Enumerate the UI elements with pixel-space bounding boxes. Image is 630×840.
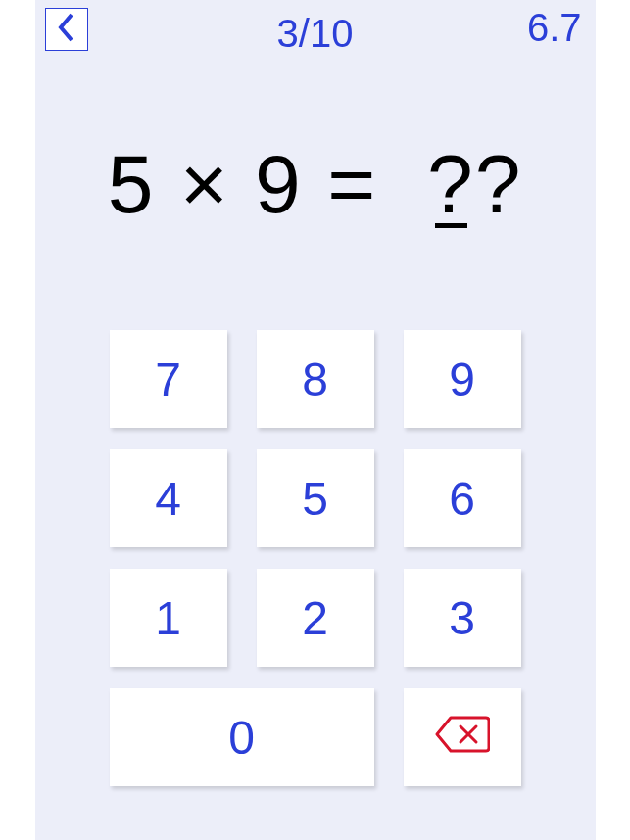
operand-2: 9 <box>255 138 303 230</box>
key-9[interactable]: 9 <box>404 330 521 428</box>
header: 3/10 6.7 <box>35 0 596 59</box>
back-button[interactable] <box>45 8 88 51</box>
answer-digit-1: ? <box>427 137 475 232</box>
question: 5 × 9 = ?? <box>35 137 596 232</box>
key-7[interactable]: 7 <box>110 330 227 428</box>
key-8[interactable]: 8 <box>257 330 374 428</box>
keypad: 7 8 9 4 5 6 1 2 3 0 <box>110 330 521 786</box>
progress-counter: 3/10 <box>277 12 354 56</box>
key-6[interactable]: 6 <box>404 449 521 547</box>
chevron-left-icon <box>57 13 76 46</box>
backspace-icon <box>435 711 490 765</box>
operand-1: 5 <box>108 138 156 230</box>
equals-sign: = <box>327 138 377 230</box>
answer-digit-2: ? <box>475 137 523 232</box>
operator: × <box>180 138 230 230</box>
app-screen: 3/10 6.7 5 × 9 = ?? 7 8 9 4 5 6 1 2 3 0 <box>35 0 596 840</box>
key-2[interactable]: 2 <box>257 569 374 667</box>
key-3[interactable]: 3 <box>404 569 521 667</box>
key-1[interactable]: 1 <box>110 569 227 667</box>
key-4[interactable]: 4 <box>110 449 227 547</box>
key-delete[interactable] <box>404 688 521 786</box>
key-5[interactable]: 5 <box>257 449 374 547</box>
timer: 6.7 <box>527 6 582 50</box>
key-0[interactable]: 0 <box>110 688 374 786</box>
